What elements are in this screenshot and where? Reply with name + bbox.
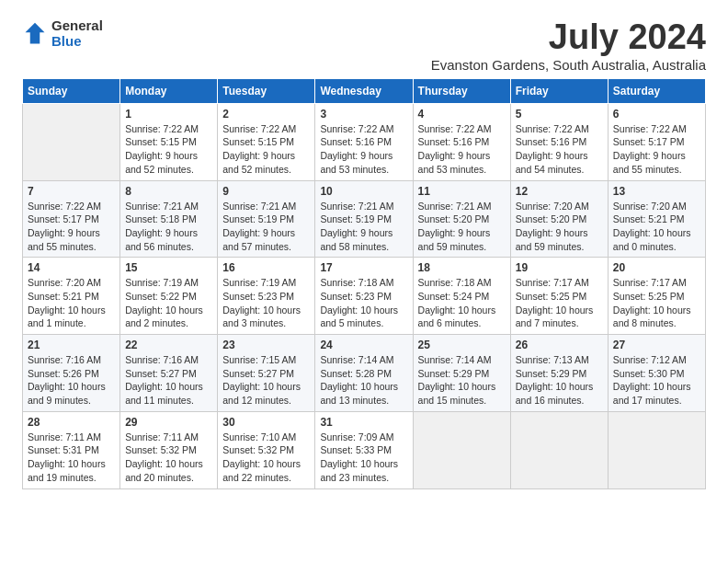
month-title: July 2024 [431, 18, 706, 57]
day-number: 5 [516, 108, 603, 121]
day-info: Sunrise: 7:22 AMSunset: 5:16 PMDaylight:… [418, 122, 506, 177]
day-number: 25 [418, 339, 506, 351]
weekday-header-row: SundayMondayTuesdayWednesdayThursdayFrid… [23, 78, 706, 103]
day-number: 17 [320, 261, 407, 274]
day-info: Sunrise: 7:16 AMSunset: 5:27 PMDaylight:… [125, 353, 212, 408]
day-number: 11 [418, 185, 506, 198]
calendar-day-cell: 18Sunrise: 7:18 AMSunset: 5:24 PMDayligh… [413, 258, 510, 335]
calendar-day-cell: 4Sunrise: 7:22 AMSunset: 5:16 PMDaylight… [413, 103, 510, 180]
day-number: 19 [516, 261, 603, 274]
logo-general: General [51, 18, 103, 34]
calendar-week-row: 1Sunrise: 7:22 AMSunset: 5:15 PMDaylight… [23, 103, 706, 180]
day-info: Sunrise: 7:18 AMSunset: 5:24 PMDaylight:… [418, 276, 506, 330]
calendar-day-cell: 22Sunrise: 7:16 AMSunset: 5:27 PMDayligh… [120, 335, 218, 412]
day-number: 8 [125, 185, 212, 198]
weekday-header-tuesday: Tuesday [218, 78, 315, 103]
day-number: 2 [222, 108, 310, 121]
calendar-day-cell: 11Sunrise: 7:21 AMSunset: 5:20 PMDayligh… [413, 180, 510, 258]
day-info: Sunrise: 7:11 AMSunset: 5:32 PMDaylight:… [125, 431, 212, 485]
svg-marker-0 [26, 22, 45, 43]
day-info: Sunrise: 7:09 AMSunset: 5:33 PMDaylight:… [320, 431, 407, 485]
calendar-day-cell: 16Sunrise: 7:19 AMSunset: 5:23 PMDayligh… [218, 258, 315, 335]
page-header: General Blue July 2024 Evanston Gardens,… [22, 18, 706, 73]
day-info: Sunrise: 7:14 AMSunset: 5:29 PMDaylight:… [418, 353, 506, 408]
calendar-day-cell [23, 103, 120, 180]
weekday-header-sunday: Sunday [23, 78, 120, 103]
day-info: Sunrise: 7:22 AMSunset: 5:15 PMDaylight:… [125, 122, 212, 177]
day-info: Sunrise: 7:19 AMSunset: 5:23 PMDaylight:… [222, 276, 310, 330]
day-info: Sunrise: 7:19 AMSunset: 5:22 PMDaylight:… [125, 276, 212, 330]
day-number: 22 [125, 339, 212, 351]
day-info: Sunrise: 7:20 AMSunset: 5:21 PMDaylight:… [613, 200, 700, 254]
weekday-header-friday: Friday [510, 78, 608, 103]
day-number: 26 [516, 339, 603, 351]
day-info: Sunrise: 7:22 AMSunset: 5:16 PMDaylight:… [320, 122, 407, 177]
day-number: 29 [125, 416, 212, 429]
day-number: 14 [28, 261, 115, 274]
logo: General Blue [22, 18, 103, 49]
day-number: 1 [125, 108, 212, 121]
day-number: 12 [516, 185, 603, 198]
logo-icon [22, 21, 48, 47]
calendar-day-cell: 20Sunrise: 7:17 AMSunset: 5:25 PMDayligh… [608, 258, 705, 335]
day-number: 30 [222, 416, 310, 429]
day-number: 4 [418, 108, 506, 121]
day-info: Sunrise: 7:11 AMSunset: 5:31 PMDaylight:… [28, 431, 115, 485]
day-info: Sunrise: 7:22 AMSunset: 5:17 PMDaylight:… [613, 122, 700, 177]
calendar-day-cell: 13Sunrise: 7:20 AMSunset: 5:21 PMDayligh… [608, 180, 705, 258]
day-number: 10 [320, 185, 407, 198]
day-info: Sunrise: 7:22 AMSunset: 5:17 PMDaylight:… [28, 200, 115, 254]
calendar-day-cell: 23Sunrise: 7:15 AMSunset: 5:27 PMDayligh… [218, 335, 315, 412]
day-number: 3 [320, 108, 407, 121]
calendar-day-cell: 31Sunrise: 7:09 AMSunset: 5:33 PMDayligh… [315, 411, 413, 488]
day-info: Sunrise: 7:14 AMSunset: 5:28 PMDaylight:… [320, 353, 407, 408]
day-info: Sunrise: 7:13 AMSunset: 5:29 PMDaylight:… [516, 353, 603, 408]
weekday-header-wednesday: Wednesday [315, 78, 413, 103]
day-info: Sunrise: 7:16 AMSunset: 5:26 PMDaylight:… [28, 353, 115, 408]
calendar-day-cell: 8Sunrise: 7:21 AMSunset: 5:18 PMDaylight… [120, 180, 218, 258]
day-info: Sunrise: 7:21 AMSunset: 5:19 PMDaylight:… [320, 200, 407, 254]
calendar-day-cell: 12Sunrise: 7:20 AMSunset: 5:20 PMDayligh… [510, 180, 608, 258]
day-info: Sunrise: 7:17 AMSunset: 5:25 PMDaylight:… [516, 276, 603, 330]
day-number: 21 [28, 339, 115, 351]
calendar-day-cell [608, 411, 705, 488]
calendar-day-cell: 9Sunrise: 7:21 AMSunset: 5:19 PMDaylight… [218, 180, 315, 258]
day-info: Sunrise: 7:17 AMSunset: 5:25 PMDaylight:… [613, 276, 700, 330]
title-area: July 2024 Evanston Gardens, South Austra… [431, 18, 706, 73]
day-info: Sunrise: 7:21 AMSunset: 5:19 PMDaylight:… [222, 200, 310, 254]
logo-text: General Blue [51, 18, 103, 49]
calendar-day-cell [510, 411, 608, 488]
day-number: 6 [613, 108, 700, 121]
calendar-day-cell: 24Sunrise: 7:14 AMSunset: 5:28 PMDayligh… [315, 335, 413, 412]
weekday-header-thursday: Thursday [413, 78, 510, 103]
calendar-day-cell: 17Sunrise: 7:18 AMSunset: 5:23 PMDayligh… [315, 258, 413, 335]
day-info: Sunrise: 7:20 AMSunset: 5:21 PMDaylight:… [28, 276, 115, 330]
calendar-week-row: 7Sunrise: 7:22 AMSunset: 5:17 PMDaylight… [23, 180, 706, 258]
calendar-week-row: 28Sunrise: 7:11 AMSunset: 5:31 PMDayligh… [23, 411, 706, 488]
calendar-day-cell: 6Sunrise: 7:22 AMSunset: 5:17 PMDaylight… [608, 103, 705, 180]
day-number: 20 [613, 261, 700, 274]
day-info: Sunrise: 7:22 AMSunset: 5:15 PMDaylight:… [222, 122, 310, 177]
day-info: Sunrise: 7:10 AMSunset: 5:32 PMDaylight:… [222, 431, 310, 485]
day-number: 13 [613, 185, 700, 198]
calendar-day-cell: 28Sunrise: 7:11 AMSunset: 5:31 PMDayligh… [23, 411, 120, 488]
calendar-day-cell: 19Sunrise: 7:17 AMSunset: 5:25 PMDayligh… [510, 258, 608, 335]
calendar-day-cell: 10Sunrise: 7:21 AMSunset: 5:19 PMDayligh… [315, 180, 413, 258]
day-number: 28 [28, 416, 115, 429]
day-info: Sunrise: 7:12 AMSunset: 5:30 PMDaylight:… [613, 353, 700, 408]
calendar-week-row: 14Sunrise: 7:20 AMSunset: 5:21 PMDayligh… [23, 258, 706, 335]
calendar-day-cell: 15Sunrise: 7:19 AMSunset: 5:22 PMDayligh… [120, 258, 218, 335]
day-number: 31 [320, 416, 407, 429]
day-number: 18 [418, 261, 506, 274]
calendar-day-cell: 26Sunrise: 7:13 AMSunset: 5:29 PMDayligh… [510, 335, 608, 412]
location-subtitle: Evanston Gardens, South Australia, Austr… [431, 57, 706, 73]
calendar-day-cell: 30Sunrise: 7:10 AMSunset: 5:32 PMDayligh… [218, 411, 315, 488]
calendar-day-cell: 29Sunrise: 7:11 AMSunset: 5:32 PMDayligh… [120, 411, 218, 488]
calendar-day-cell: 3Sunrise: 7:22 AMSunset: 5:16 PMDaylight… [315, 103, 413, 180]
day-number: 24 [320, 339, 407, 351]
calendar-day-cell: 14Sunrise: 7:20 AMSunset: 5:21 PMDayligh… [23, 258, 120, 335]
day-info: Sunrise: 7:15 AMSunset: 5:27 PMDaylight:… [222, 353, 310, 408]
calendar-day-cell: 27Sunrise: 7:12 AMSunset: 5:30 PMDayligh… [608, 335, 705, 412]
day-number: 16 [222, 261, 310, 274]
weekday-header-saturday: Saturday [608, 78, 705, 103]
